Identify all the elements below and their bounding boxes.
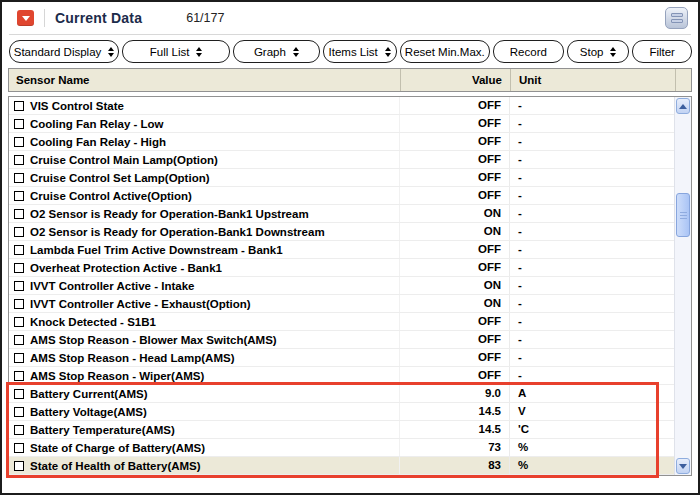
column-header-sensor-name[interactable]: Sensor Name xyxy=(9,74,400,86)
row-checkbox[interactable] xyxy=(14,317,24,327)
table-row[interactable]: Cruise Control Set Lamp(Option) OFF - xyxy=(9,169,674,187)
table-row[interactable]: Knock Detected - S1B1 OFF - xyxy=(9,313,674,331)
sensor-unit-cell: - xyxy=(509,205,674,222)
toolbar-button-label: Full List xyxy=(150,46,190,58)
row-checkbox[interactable] xyxy=(14,227,24,237)
sensor-name-cell: Battery Current(AMS) xyxy=(9,385,399,402)
sensor-name-cell: IVVT Controller Active - Intake xyxy=(9,277,399,294)
table-row[interactable]: AMS Stop Reason - Blower Max Switch(AMS)… xyxy=(9,331,674,349)
page-title: Current Data xyxy=(55,10,142,26)
sensor-unit-cell: A xyxy=(509,385,674,402)
sensor-name-cell: Cruise Control Set Lamp(Option) xyxy=(9,169,399,186)
row-checkbox[interactable] xyxy=(14,299,24,309)
table-row[interactable]: State of Charge of Battery(AMS) 73 % xyxy=(9,439,674,457)
sensor-value-cell: OFF xyxy=(399,133,509,150)
vertical-scrollbar[interactable] xyxy=(674,97,691,475)
table-row[interactable]: Overheat Protection Active - Bank1 OFF - xyxy=(9,259,674,277)
row-checkbox[interactable] xyxy=(14,461,24,471)
toolbar-button-standard-display[interactable]: Standard Display xyxy=(9,40,119,63)
toolbar-button-record[interactable]: Record xyxy=(493,40,564,63)
sensor-value-cell: OFF xyxy=(399,151,509,168)
row-checkbox[interactable] xyxy=(14,335,24,345)
sensor-value-cell: OFF xyxy=(399,241,509,258)
table-row[interactable]: AMS Stop Reason - Wiper(AMS) OFF - xyxy=(9,367,674,385)
sensor-unit-cell: - xyxy=(509,223,674,240)
row-checkbox[interactable] xyxy=(14,191,24,201)
table-row[interactable]: Cruise Control Active(Option) OFF - xyxy=(9,187,674,205)
sensor-unit-cell: - xyxy=(509,313,674,330)
toolbar-button-label: Standard Display xyxy=(14,46,102,58)
row-checkbox[interactable] xyxy=(14,425,24,435)
row-checkbox[interactable] xyxy=(14,173,24,183)
toolbar-button-full-list[interactable]: Full List xyxy=(122,40,230,63)
sensor-name-cell: VIS Control State xyxy=(9,97,399,114)
row-checkbox[interactable] xyxy=(14,371,24,381)
up-down-spinner-icon xyxy=(108,47,114,57)
toolbar-button-stop[interactable]: Stop xyxy=(567,40,630,63)
sensor-unit-cell: - xyxy=(509,151,674,168)
up-down-spinner-icon xyxy=(385,47,391,57)
sensor-name-label: VIS Control State xyxy=(30,100,124,112)
sensor-name-cell: AMS Stop Reason - Blower Max Switch(AMS) xyxy=(9,331,399,348)
row-checkbox[interactable] xyxy=(14,389,24,399)
sensor-name-label: Knock Detected - S1B1 xyxy=(30,316,156,328)
row-checkbox[interactable] xyxy=(14,155,24,165)
scrollbar-thumb[interactable] xyxy=(676,193,690,237)
table-row[interactable]: Battery Current(AMS) 9.0 A xyxy=(9,385,674,403)
table-row[interactable]: Lambda Fuel Trim Active Downstream - Ban… xyxy=(9,241,674,259)
row-checkbox[interactable] xyxy=(14,353,24,363)
toolbar-button-items-list[interactable]: Items List xyxy=(323,40,397,63)
sensor-name-cell: State of Health of Battery(AMS) xyxy=(9,457,399,474)
table-row[interactable]: O2 Sensor is Ready for Operation-Bank1 D… xyxy=(9,223,674,241)
up-down-spinner-icon xyxy=(293,47,299,57)
scroll-up-button[interactable] xyxy=(676,98,690,114)
row-checkbox[interactable] xyxy=(14,209,24,219)
table-row[interactable]: IVVT Controller Active - Exhaust(Option)… xyxy=(9,295,674,313)
sensor-name-label: O2 Sensor is Ready for Operation-Bank1 U… xyxy=(30,208,309,220)
row-checkbox[interactable] xyxy=(14,245,24,255)
sensor-value-cell: 9.0 xyxy=(399,385,509,402)
table-row[interactable]: Battery Voltage(AMS) 14.5 V xyxy=(9,403,674,421)
table-row[interactable]: AMS Stop Reason - Head Lamp(AMS) OFF - xyxy=(9,349,674,367)
titlebar: Current Data 61/177 xyxy=(2,2,698,34)
sensor-name-label: O2 Sensor is Ready for Operation-Bank1 D… xyxy=(30,226,325,238)
scroll-down-button[interactable] xyxy=(676,458,690,474)
row-checkbox[interactable] xyxy=(14,119,24,129)
toolbar-button-filter[interactable]: Filter xyxy=(632,40,692,63)
view-mode-button[interactable] xyxy=(665,7,688,29)
sensor-unit-cell: - xyxy=(509,331,674,348)
sensor-unit-cell: - xyxy=(509,169,674,186)
toolbar-button-graph[interactable]: Graph xyxy=(233,40,319,63)
row-checkbox[interactable] xyxy=(14,101,24,111)
table-row[interactable]: VIS Control State OFF - xyxy=(9,97,674,115)
sensor-value-cell: OFF xyxy=(399,313,509,330)
table-rows: VIS Control State OFF - Cooling Fan Rela… xyxy=(9,97,674,475)
table-row[interactable]: IVVT Controller Active - Intake ON - xyxy=(9,277,674,295)
table-row[interactable]: State of Health of Battery(AMS) 83 % xyxy=(9,457,674,475)
column-header-value[interactable]: Value xyxy=(400,69,510,91)
column-header-spacer xyxy=(675,69,691,91)
row-checkbox[interactable] xyxy=(14,407,24,417)
toolbar-button-reset-min-max[interactable]: Reset Min.Max. xyxy=(400,40,490,63)
current-data-window: Current Data 61/177 Standard Display Ful… xyxy=(0,0,700,495)
column-header-unit[interactable]: Unit xyxy=(510,69,675,91)
sensor-name-label: Cruise Control Main Lamp(Option) xyxy=(30,154,218,166)
row-checkbox[interactable] xyxy=(14,281,24,291)
sensor-name-cell: Lambda Fuel Trim Active Downstream - Ban… xyxy=(9,241,399,258)
sensor-name-cell: Cooling Fan Relay - High xyxy=(9,133,399,150)
table-row[interactable]: Battery Temperature(AMS) 14.5 'C xyxy=(9,421,674,439)
row-checkbox[interactable] xyxy=(14,137,24,147)
collapse-button[interactable] xyxy=(17,10,34,26)
table-row[interactable]: O2 Sensor is Ready for Operation-Bank1 U… xyxy=(9,205,674,223)
toolbar-button-label: Record xyxy=(510,46,547,58)
table-row[interactable]: Cooling Fan Relay - Low OFF - xyxy=(9,115,674,133)
sensor-unit-cell: - xyxy=(509,187,674,204)
row-checkbox[interactable] xyxy=(14,443,24,453)
sensor-unit-cell: - xyxy=(509,133,674,150)
up-down-spinner-icon xyxy=(610,47,616,57)
row-checkbox[interactable] xyxy=(14,263,24,273)
sensor-name-cell: O2 Sensor is Ready for Operation-Bank1 D… xyxy=(9,223,399,240)
table-row[interactable]: Cruise Control Main Lamp(Option) OFF - xyxy=(9,151,674,169)
sensor-value-cell: OFF xyxy=(399,349,509,366)
table-row[interactable]: Cooling Fan Relay - High OFF - xyxy=(9,133,674,151)
